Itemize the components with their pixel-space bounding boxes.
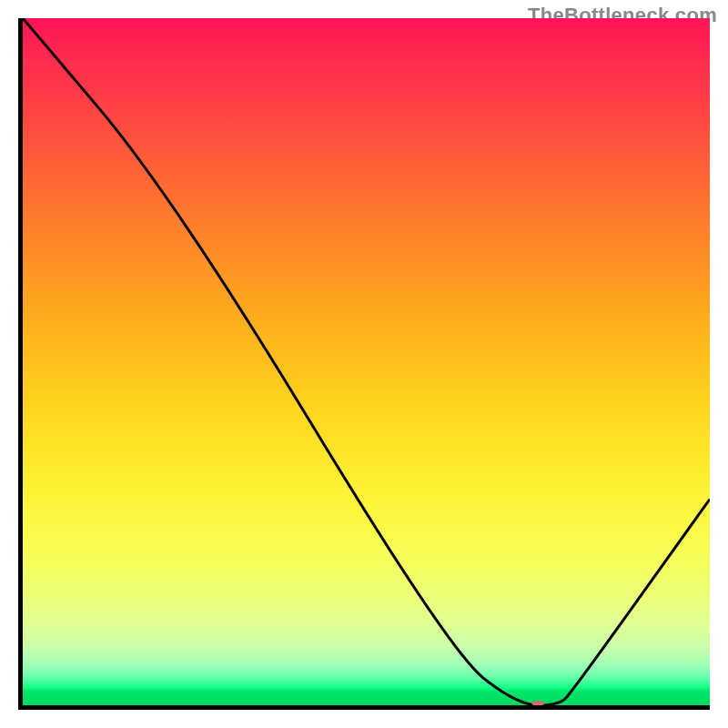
bottleneck-curve-path bbox=[23, 18, 710, 705]
optimal-marker bbox=[531, 701, 544, 705]
curve-layer bbox=[23, 18, 710, 705]
plot-area bbox=[18, 18, 710, 710]
bottleneck-chart: TheBottleneck.com bbox=[0, 0, 728, 728]
